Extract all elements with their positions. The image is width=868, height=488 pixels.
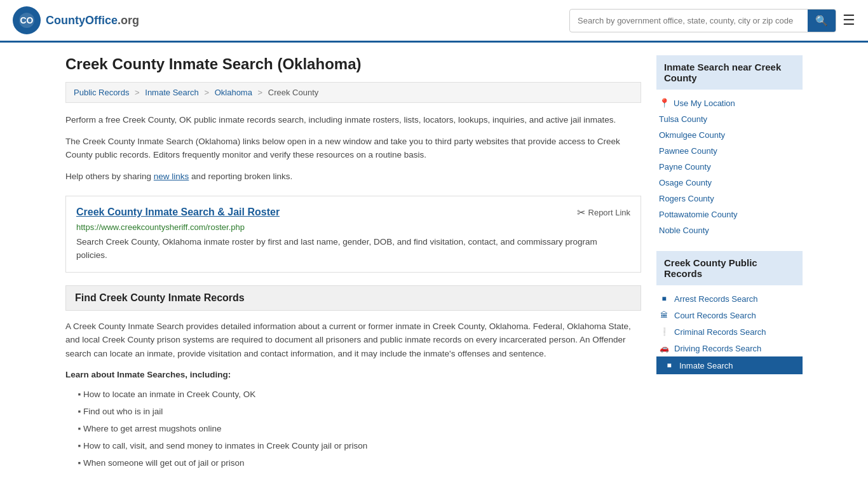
main-wrapper: Creek County Inmate Search (Oklahoma) Pu… bbox=[53, 43, 815, 484]
pub-record-icon: ■ bbox=[659, 294, 669, 304]
pub-record-label: Arrest Records Search bbox=[674, 294, 758, 304]
breadcrumb-inmate-search[interactable]: Inmate Search bbox=[145, 88, 199, 97]
logo-area[interactable]: CO CountyOffice.org bbox=[13, 6, 139, 34]
list-item: How to call, visit, and send money to in… bbox=[83, 437, 641, 454]
nearby-county-link[interactable]: Okmulgee County bbox=[656, 127, 803, 143]
pub-record-label: Court Records Search bbox=[674, 311, 756, 320]
intro-paragraph-2: The Creek County Inmate Search (Oklahoma… bbox=[65, 135, 641, 162]
public-records-link[interactable]: ■Inmate Search bbox=[656, 356, 803, 374]
link-card-title[interactable]: Creek County Inmate Search & Jail Roster bbox=[76, 207, 280, 218]
sidebar: Inmate Search near Creek County 📍 Use My… bbox=[656, 55, 803, 471]
pub-record-icon: 🚗 bbox=[659, 343, 669, 353]
pub-record-label: Driving Records Search bbox=[674, 344, 761, 353]
breadcrumb-sep-3: > bbox=[258, 88, 263, 97]
learn-bullet-list: How to locate an inmate in Creek County,… bbox=[65, 386, 641, 471]
intro-paragraph-1: Perform a free Creek County, OK public i… bbox=[65, 113, 641, 127]
public-records-section: Creek County Public Records ■Arrest Reco… bbox=[656, 251, 803, 374]
pub-record-icon: 🏛 bbox=[659, 310, 669, 320]
public-records-links-container: ■Arrest Records Search🏛Court Records Sea… bbox=[656, 290, 803, 374]
list-item: Find out who is in jail bbox=[83, 403, 641, 420]
breadcrumb-sep-1: > bbox=[135, 88, 140, 97]
search-button[interactable]: 🔍 bbox=[808, 10, 836, 32]
intro-paragraph-3: Help others by sharing new links and rep… bbox=[65, 170, 641, 184]
intro3-suffix: and reporting broken links. bbox=[189, 172, 292, 181]
breadcrumb-public-records[interactable]: Public Records bbox=[74, 88, 129, 97]
pub-record-icon: ■ bbox=[664, 360, 674, 370]
list-item: When someone will get out of jail or pri… bbox=[83, 454, 641, 471]
use-my-location-label: Use My Location bbox=[674, 98, 735, 108]
location-icon: 📍 bbox=[659, 98, 670, 108]
svg-text:CO: CO bbox=[20, 15, 34, 25]
logo-name: CountyOffice bbox=[46, 14, 118, 27]
public-records-link[interactable]: ❕Criminal Records Search bbox=[656, 323, 803, 340]
menu-button[interactable]: ☰ bbox=[843, 13, 855, 27]
pub-record-label: Criminal Records Search bbox=[674, 327, 766, 337]
logo-tld: .org bbox=[118, 14, 139, 27]
main-content: Creek County Inmate Search (Oklahoma) Pu… bbox=[65, 55, 641, 471]
breadcrumb-current: Creek County bbox=[268, 88, 318, 97]
nearby-county-link[interactable]: Rogers County bbox=[656, 191, 803, 207]
nearby-links-container: Tulsa CountyOkmulgee CountyPawnee County… bbox=[656, 111, 803, 238]
report-link-button[interactable]: ✂ Report Link bbox=[577, 207, 630, 219]
pub-record-icon: ❕ bbox=[659, 327, 669, 337]
nearby-header: Inmate Search near Creek County bbox=[656, 55, 803, 90]
search-input[interactable] bbox=[570, 11, 808, 30]
nearby-county-link[interactable]: Pawnee County bbox=[656, 143, 803, 159]
nearby-county-link[interactable]: Tulsa County bbox=[656, 111, 803, 127]
nearby-county-link[interactable]: Noble County bbox=[656, 222, 803, 238]
find-section-header: Find Creek County Inmate Records bbox=[65, 285, 641, 311]
list-item: How to locate an inmate in Creek County,… bbox=[83, 386, 641, 403]
public-records-link[interactable]: ■Arrest Records Search bbox=[656, 290, 803, 307]
public-records-link[interactable]: 🚗Driving Records Search bbox=[656, 340, 803, 356]
nearby-county-link[interactable]: Pottawatomie County bbox=[656, 207, 803, 222]
link-card: Creek County Inmate Search & Jail Roster… bbox=[65, 196, 641, 273]
public-records-link[interactable]: 🏛Court Records Search bbox=[656, 307, 803, 323]
report-link-label: Report Link bbox=[588, 208, 630, 217]
link-description: Search Creek County, Oklahoma inmate ros… bbox=[76, 236, 630, 262]
new-links-link[interactable]: new links bbox=[154, 172, 189, 181]
site-header: CO CountyOffice.org 🔍 ☰ bbox=[0, 0, 868, 43]
use-my-location-link[interactable]: 📍 Use My Location bbox=[656, 95, 803, 111]
nearby-section: Inmate Search near Creek County 📍 Use My… bbox=[656, 55, 803, 238]
breadcrumb-oklahoma[interactable]: Oklahoma bbox=[215, 88, 252, 97]
list-item: Where to get arrest mugshots online bbox=[83, 420, 641, 437]
logo-text: CountyOffice.org bbox=[46, 14, 139, 27]
nearby-county-link[interactable]: Osage County bbox=[656, 175, 803, 191]
breadcrumb-sep-2: > bbox=[204, 88, 209, 97]
intro3-prefix: Help others by sharing bbox=[65, 172, 154, 181]
find-body-text: A Creek County Inmate Search provides de… bbox=[65, 320, 641, 361]
logo-icon: CO bbox=[13, 6, 41, 34]
hamburger-icon: ☰ bbox=[843, 12, 855, 28]
search-icon: 🔍 bbox=[815, 15, 828, 26]
report-icon: ✂ bbox=[577, 207, 585, 219]
breadcrumb: Public Records > Inmate Search > Oklahom… bbox=[65, 82, 641, 103]
page-title: Creek County Inmate Search (Oklahoma) bbox=[65, 55, 641, 73]
link-url[interactable]: https://www.creekcountysheriff.com/roste… bbox=[76, 222, 630, 232]
nearby-county-link[interactable]: Payne County bbox=[656, 159, 803, 175]
pub-record-label: Inmate Search bbox=[679, 361, 733, 370]
learn-header: Learn about Inmate Searches, including: bbox=[65, 370, 641, 379]
search-bar: 🔍 bbox=[569, 9, 836, 32]
public-records-header: Creek County Public Records bbox=[656, 251, 803, 285]
link-card-header: Creek County Inmate Search & Jail Roster… bbox=[76, 207, 630, 219]
header-right: 🔍 ☰ bbox=[569, 9, 855, 32]
